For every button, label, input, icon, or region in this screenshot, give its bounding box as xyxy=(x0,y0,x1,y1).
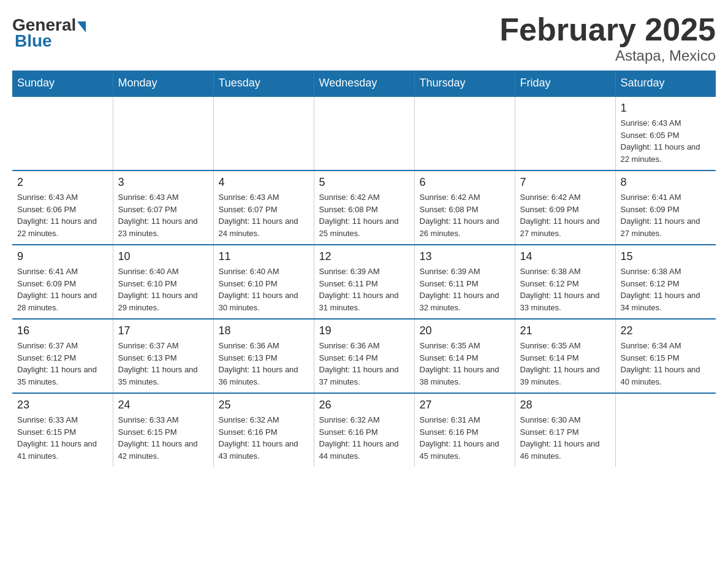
day-info: Sunrise: 6:42 AMSunset: 6:08 PMDaylight:… xyxy=(420,191,510,239)
calendar-week-1: 1Sunrise: 6:43 AMSunset: 6:05 PMDaylight… xyxy=(12,96,716,170)
header-thursday: Thursday xyxy=(414,71,515,96)
day-number: 12 xyxy=(319,250,409,263)
day-info: Sunrise: 6:41 AMSunset: 6:09 PMDaylight:… xyxy=(17,266,108,313)
logo-arrow-icon xyxy=(77,21,86,33)
calendar-cell: 23Sunrise: 6:33 AMSunset: 6:15 PMDayligh… xyxy=(12,393,113,467)
calendar-cell: 21Sunrise: 6:35 AMSunset: 6:14 PMDayligh… xyxy=(515,319,615,393)
day-info: Sunrise: 6:41 AMSunset: 6:09 PMDaylight:… xyxy=(621,191,711,239)
day-number: 28 xyxy=(520,399,610,412)
day-info: Sunrise: 6:32 AMSunset: 6:16 PMDaylight:… xyxy=(319,414,409,462)
calendar-cell: 4Sunrise: 6:43 AMSunset: 6:07 PMDaylight… xyxy=(213,170,314,245)
day-info: Sunrise: 6:40 AMSunset: 6:10 PMDaylight:… xyxy=(219,266,309,313)
page-header: General Blue February 2025 Astapa, Mexic… xyxy=(12,12,716,64)
day-info: Sunrise: 6:43 AMSunset: 6:06 PMDaylight:… xyxy=(17,191,108,239)
day-number: 7 xyxy=(520,176,610,189)
calendar-cell: 7Sunrise: 6:42 AMSunset: 6:09 PMDaylight… xyxy=(515,170,615,245)
calendar-cell xyxy=(414,96,515,170)
calendar-cell: 2Sunrise: 6:43 AMSunset: 6:06 PMDaylight… xyxy=(12,170,113,245)
day-info: Sunrise: 6:32 AMSunset: 6:16 PMDaylight:… xyxy=(219,414,309,462)
calendar-week-4: 16Sunrise: 6:37 AMSunset: 6:12 PMDayligh… xyxy=(12,319,716,393)
day-number: 18 xyxy=(219,324,309,337)
calendar-body: 1Sunrise: 6:43 AMSunset: 6:05 PMDaylight… xyxy=(12,96,716,467)
day-info: Sunrise: 6:42 AMSunset: 6:09 PMDaylight:… xyxy=(520,191,610,239)
day-number: 6 xyxy=(420,176,510,189)
day-number: 2 xyxy=(17,176,108,189)
page-subtitle: Astapa, Mexico xyxy=(499,47,716,64)
logo-blue-text: Blue xyxy=(15,31,52,51)
calendar-cell: 15Sunrise: 6:38 AMSunset: 6:12 PMDayligh… xyxy=(615,245,716,319)
day-info: Sunrise: 6:43 AMSunset: 6:07 PMDaylight:… xyxy=(118,191,208,239)
calendar-cell: 16Sunrise: 6:37 AMSunset: 6:12 PMDayligh… xyxy=(12,319,113,393)
day-info: Sunrise: 6:38 AMSunset: 6:12 PMDaylight:… xyxy=(520,266,610,313)
calendar-cell: 26Sunrise: 6:32 AMSunset: 6:16 PMDayligh… xyxy=(314,393,414,467)
day-number: 10 xyxy=(118,250,208,263)
day-info: Sunrise: 6:36 AMSunset: 6:14 PMDaylight:… xyxy=(319,340,409,388)
calendar-cell: 9Sunrise: 6:41 AMSunset: 6:09 PMDaylight… xyxy=(12,245,113,319)
calendar-header: Sunday Monday Tuesday Wednesday Thursday… xyxy=(12,71,716,96)
day-number: 8 xyxy=(621,176,711,189)
day-number: 13 xyxy=(420,250,510,263)
title-area: February 2025 Astapa, Mexico xyxy=(499,12,716,64)
day-info: Sunrise: 6:36 AMSunset: 6:13 PMDaylight:… xyxy=(219,340,309,388)
calendar-cell: 20Sunrise: 6:35 AMSunset: 6:14 PMDayligh… xyxy=(414,319,515,393)
calendar-cell xyxy=(213,96,314,170)
day-number: 19 xyxy=(319,324,409,337)
day-info: Sunrise: 6:43 AMSunset: 6:07 PMDaylight:… xyxy=(219,191,309,239)
calendar-cell: 18Sunrise: 6:36 AMSunset: 6:13 PMDayligh… xyxy=(213,319,314,393)
day-number: 23 xyxy=(17,399,108,412)
day-info: Sunrise: 6:43 AMSunset: 6:05 PMDaylight:… xyxy=(621,117,711,165)
calendar-cell: 19Sunrise: 6:36 AMSunset: 6:14 PMDayligh… xyxy=(314,319,414,393)
day-number: 11 xyxy=(219,250,309,263)
calendar-cell: 5Sunrise: 6:42 AMSunset: 6:08 PMDaylight… xyxy=(314,170,414,245)
header-monday: Monday xyxy=(113,71,213,96)
day-info: Sunrise: 6:37 AMSunset: 6:12 PMDaylight:… xyxy=(17,340,108,388)
day-number: 16 xyxy=(17,324,108,337)
day-info: Sunrise: 6:33 AMSunset: 6:15 PMDaylight:… xyxy=(118,414,208,462)
day-number: 22 xyxy=(621,324,711,337)
day-info: Sunrise: 6:39 AMSunset: 6:11 PMDaylight:… xyxy=(319,266,409,313)
calendar-cell: 10Sunrise: 6:40 AMSunset: 6:10 PMDayligh… xyxy=(113,245,213,319)
header-friday: Friday xyxy=(515,71,615,96)
day-number: 21 xyxy=(520,324,610,337)
day-number: 17 xyxy=(118,324,208,337)
calendar-cell: 22Sunrise: 6:34 AMSunset: 6:15 PMDayligh… xyxy=(615,319,716,393)
calendar-week-3: 9Sunrise: 6:41 AMSunset: 6:09 PMDaylight… xyxy=(12,245,716,319)
calendar-cell: 17Sunrise: 6:37 AMSunset: 6:13 PMDayligh… xyxy=(113,319,213,393)
calendar-cell: 8Sunrise: 6:41 AMSunset: 6:09 PMDaylight… xyxy=(615,170,716,245)
header-row: Sunday Monday Tuesday Wednesday Thursday… xyxy=(12,71,716,96)
day-number: 4 xyxy=(219,176,309,189)
day-number: 1 xyxy=(621,102,711,115)
calendar-cell xyxy=(12,96,113,170)
calendar-cell: 28Sunrise: 6:30 AMSunset: 6:17 PMDayligh… xyxy=(515,393,615,467)
calendar-cell: 27Sunrise: 6:31 AMSunset: 6:16 PMDayligh… xyxy=(414,393,515,467)
header-wednesday: Wednesday xyxy=(314,71,414,96)
calendar-week-5: 23Sunrise: 6:33 AMSunset: 6:15 PMDayligh… xyxy=(12,393,716,467)
calendar-cell: 24Sunrise: 6:33 AMSunset: 6:15 PMDayligh… xyxy=(113,393,213,467)
header-saturday: Saturday xyxy=(615,71,716,96)
day-info: Sunrise: 6:35 AMSunset: 6:14 PMDaylight:… xyxy=(520,340,610,388)
day-info: Sunrise: 6:35 AMSunset: 6:14 PMDaylight:… xyxy=(420,340,510,388)
day-info: Sunrise: 6:39 AMSunset: 6:11 PMDaylight:… xyxy=(420,266,510,313)
day-info: Sunrise: 6:34 AMSunset: 6:15 PMDaylight:… xyxy=(621,340,711,388)
day-number: 20 xyxy=(420,324,510,337)
calendar-cell: 12Sunrise: 6:39 AMSunset: 6:11 PMDayligh… xyxy=(314,245,414,319)
calendar-cell xyxy=(314,96,414,170)
day-number: 9 xyxy=(17,250,108,263)
calendar-cell: 3Sunrise: 6:43 AMSunset: 6:07 PMDaylight… xyxy=(113,170,213,245)
day-number: 14 xyxy=(520,250,610,263)
calendar-cell: 6Sunrise: 6:42 AMSunset: 6:08 PMDaylight… xyxy=(414,170,515,245)
calendar-cell: 14Sunrise: 6:38 AMSunset: 6:12 PMDayligh… xyxy=(515,245,615,319)
day-number: 26 xyxy=(319,399,409,412)
day-info: Sunrise: 6:38 AMSunset: 6:12 PMDaylight:… xyxy=(621,266,711,313)
calendar-week-2: 2Sunrise: 6:43 AMSunset: 6:06 PMDaylight… xyxy=(12,170,716,245)
day-number: 25 xyxy=(219,399,309,412)
day-number: 24 xyxy=(118,399,208,412)
day-info: Sunrise: 6:30 AMSunset: 6:17 PMDaylight:… xyxy=(520,414,610,462)
header-tuesday: Tuesday xyxy=(213,71,314,96)
day-number: 27 xyxy=(420,399,510,412)
day-number: 15 xyxy=(621,250,711,263)
page-title: February 2025 xyxy=(499,12,716,47)
calendar-table: Sunday Monday Tuesday Wednesday Thursday… xyxy=(12,71,716,467)
calendar-cell: 13Sunrise: 6:39 AMSunset: 6:11 PMDayligh… xyxy=(414,245,515,319)
day-number: 3 xyxy=(118,176,208,189)
